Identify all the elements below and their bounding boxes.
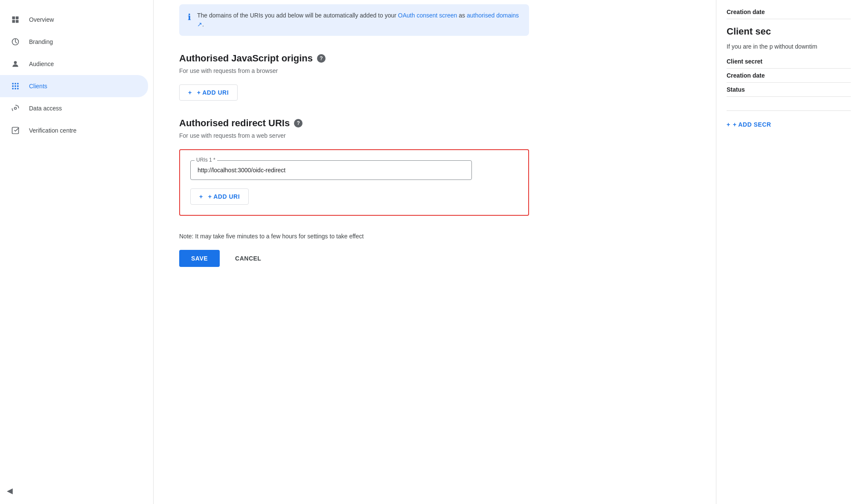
status-label: Status bbox=[727, 86, 851, 97]
main-content: ℹ The domains of the URIs you add below … bbox=[154, 0, 716, 504]
sidebar-item-audience[interactable]: Audience bbox=[0, 53, 148, 75]
svg-rect-9 bbox=[12, 85, 14, 87]
plus-icon-2: + bbox=[199, 193, 203, 200]
uri-input-wrapper: URIs 1 * bbox=[190, 160, 518, 180]
sidebar-item-branding-label: Branding bbox=[29, 38, 53, 45]
client-secret-title: Client sec bbox=[727, 26, 851, 37]
uri-field-1: URIs 1 * bbox=[190, 160, 518, 180]
svg-point-5 bbox=[14, 61, 17, 64]
client-secret-label: Client secret bbox=[727, 58, 851, 69]
sidebar-item-clients[interactable]: Clients bbox=[0, 75, 148, 97]
note-text: Note: It may take five minutes to a few … bbox=[179, 233, 529, 240]
js-origins-section: Authorised JavaScript origins ? For use … bbox=[179, 53, 529, 101]
audience-icon bbox=[10, 59, 20, 69]
creation-date-top: Creation date bbox=[727, 9, 851, 19]
client-secret-section: Client sec If you are in the p without d… bbox=[727, 26, 851, 97]
overview-icon bbox=[10, 14, 20, 25]
uri-input-field[interactable] bbox=[190, 160, 472, 180]
info-icon: ℹ bbox=[188, 12, 191, 22]
svg-point-15 bbox=[15, 107, 17, 110]
sidebar: Overview Branding Audience Clients Data … bbox=[0, 0, 154, 504]
redirect-uris-help-icon[interactable]: ? bbox=[294, 119, 303, 127]
uri-field-label: URIs 1 * bbox=[195, 157, 217, 163]
js-origins-title: Authorised JavaScript origins ? bbox=[179, 53, 529, 64]
clients-icon bbox=[10, 81, 20, 91]
sidebar-item-overview[interactable]: Overview bbox=[0, 9, 148, 31]
sidebar-item-audience-label: Audience bbox=[29, 61, 54, 67]
data-access-icon bbox=[10, 103, 20, 113]
collapse-icon[interactable]: ◀ bbox=[7, 487, 13, 495]
js-origins-help-icon[interactable]: ? bbox=[317, 54, 326, 63]
redirect-uris-section: Authorised redirect URIs ? For use with … bbox=[179, 118, 529, 216]
cancel-button[interactable]: CANCEL bbox=[227, 250, 270, 267]
svg-rect-16 bbox=[12, 127, 19, 134]
authorised-domains-link[interactable]: authorised domains ↗ bbox=[197, 12, 519, 28]
js-origins-add-uri-button[interactable]: + + ADD URI bbox=[179, 84, 238, 101]
svg-rect-11 bbox=[17, 85, 18, 87]
info-banner-text: The domains of the URIs you add below wi… bbox=[197, 11, 521, 29]
sidebar-item-verification-centre[interactable]: Verification centre bbox=[0, 119, 148, 142]
svg-rect-13 bbox=[15, 88, 16, 89]
svg-rect-1 bbox=[16, 17, 19, 20]
sidebar-item-data-access[interactable]: Data access bbox=[0, 97, 148, 119]
verification-icon bbox=[10, 125, 20, 136]
sidebar-item-data-access-label: Data access bbox=[29, 105, 62, 112]
add-secret-button[interactable]: + + ADD SECR bbox=[727, 118, 771, 131]
svg-rect-0 bbox=[12, 17, 15, 20]
plus-icon: + bbox=[188, 89, 192, 96]
sidebar-item-verification-label: Verification centre bbox=[29, 127, 76, 134]
right-panel: Creation date Client sec If you are in t… bbox=[716, 0, 861, 504]
redirect-uris-container: URIs 1 * + + ADD URI bbox=[179, 149, 529, 216]
sidebar-item-branding[interactable]: Branding bbox=[0, 31, 148, 53]
svg-rect-12 bbox=[12, 88, 14, 89]
creation-date-label: Creation date bbox=[727, 72, 851, 83]
svg-rect-10 bbox=[15, 85, 16, 87]
plus-icon-secret: + bbox=[727, 121, 730, 128]
client-secret-description: If you are in the p without downtim bbox=[727, 42, 851, 51]
svg-rect-3 bbox=[16, 20, 19, 23]
oauth-consent-link[interactable]: OAuth consent screen bbox=[398, 12, 457, 19]
save-button[interactable]: SAVE bbox=[179, 250, 220, 267]
branding-icon bbox=[10, 37, 20, 47]
js-origins-subtitle: For use with requests from a browser bbox=[179, 67, 529, 74]
redirect-uris-title: Authorised redirect URIs ? bbox=[179, 118, 529, 129]
svg-rect-14 bbox=[17, 88, 18, 89]
svg-rect-6 bbox=[12, 83, 14, 84]
svg-rect-2 bbox=[12, 20, 15, 23]
sidebar-item-overview-label: Overview bbox=[29, 16, 54, 23]
info-banner: ℹ The domains of the URIs you add below … bbox=[179, 4, 529, 36]
redirect-uris-subtitle: For use with requests from a web server bbox=[179, 132, 529, 139]
redirect-uris-add-uri-button[interactable]: + + ADD URI bbox=[190, 188, 249, 205]
sidebar-item-clients-label: Clients bbox=[29, 83, 47, 90]
divider bbox=[727, 110, 851, 111]
svg-rect-8 bbox=[17, 83, 18, 84]
svg-rect-7 bbox=[15, 83, 16, 84]
action-buttons: SAVE CANCEL bbox=[179, 250, 690, 267]
